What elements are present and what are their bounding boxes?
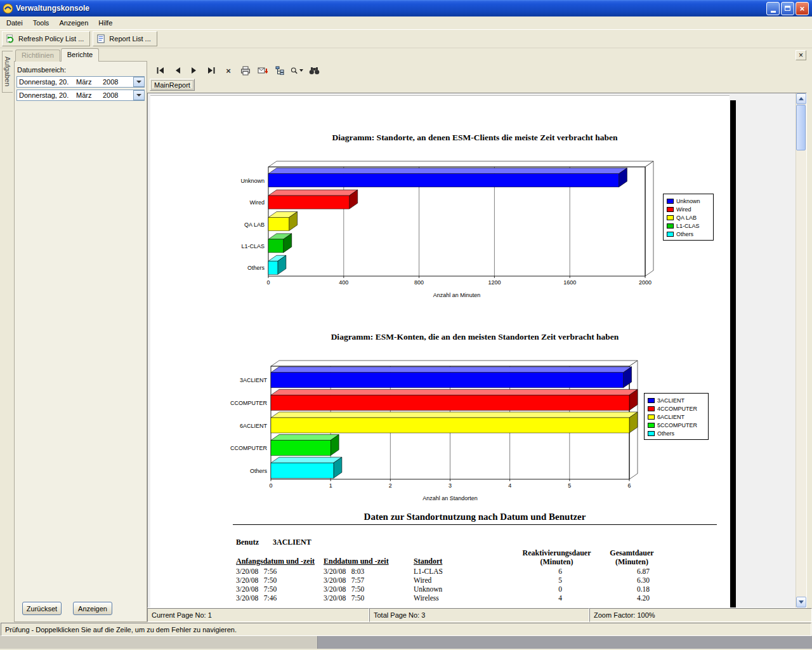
legend-item: L1-CLAS <box>667 222 710 230</box>
page-shadow <box>730 100 736 607</box>
menu-anzeigen[interactable]: Anzeigen <box>54 17 93 29</box>
svg-text:0: 0 <box>269 482 272 489</box>
scroll-down-button[interactable] <box>796 597 806 607</box>
svg-text:3: 3 <box>449 482 452 489</box>
table-row: 3/20/08 7:463/20/08 7:50Wireless44.20 <box>236 593 667 602</box>
svg-text:QA LAB: QA LAB <box>244 222 265 228</box>
legend-color-chip <box>648 406 655 411</box>
legend-label: L1-CLAS <box>676 223 700 229</box>
print-icon <box>240 66 251 76</box>
menu-bar: Datei Tools Anzeigen Hilfe <box>0 17 812 30</box>
chevron-down-icon <box>299 69 303 72</box>
close-report-pane-button[interactable]: × <box>796 50 806 60</box>
zoom-icon <box>291 66 298 75</box>
usage-table: Anfangsdatum und -zeit Enddatum und -zei… <box>236 548 667 602</box>
zoom-button[interactable] <box>291 65 303 77</box>
message-text: Prüfung - Doppelklicken Sie auf die Zeil… <box>5 626 237 633</box>
arrow-up-icon <box>799 97 804 100</box>
date-from-picker[interactable]: Donnerstag, 20. März 2008 <box>16 76 145 88</box>
chart-title-konten: Diagramm: ESM-Konten, die an den meisten… <box>233 332 717 342</box>
show-button[interactable]: Anzeigen <box>73 602 112 615</box>
aufgaben-vertical-tab[interactable]: Aufgaben <box>2 51 13 93</box>
minimize-button[interactable] <box>766 2 780 15</box>
legend-label: Unknown <box>676 198 700 204</box>
menu-tools[interactable]: Tools <box>28 17 55 29</box>
previous-page-button[interactable] <box>171 65 183 77</box>
col-header-end: Enddatum und -zeit <box>324 548 414 566</box>
scrollbar-track[interactable] <box>796 104 806 597</box>
col-header-reaktivierung: Reaktivierungsdauer (Minuten) <box>517 548 596 566</box>
svg-text:Unknown: Unknown <box>240 178 265 184</box>
tab-berichte[interactable]: Berichte <box>61 48 99 62</box>
export-button[interactable] <box>256 65 269 77</box>
maximize-button[interactable] <box>781 2 794 15</box>
date-from-dropdown-button[interactable] <box>133 77 144 87</box>
table-row: 3/20/08 7:503/20/08 7:50Unknown00.18 <box>236 584 667 593</box>
chevron-down-icon <box>136 94 141 96</box>
chart-title-standorte: Diagramm: Standorte, an denen ESM-Client… <box>233 96 717 143</box>
legend-color-chip <box>667 215 674 220</box>
svg-text:3ACLIENT: 3ACLIENT <box>240 377 268 383</box>
scroll-up-button[interactable] <box>796 93 806 104</box>
svg-text:0: 0 <box>266 279 270 286</box>
table-cell: 3/20/08 7:46 <box>236 593 324 602</box>
search-button[interactable] <box>308 65 320 77</box>
berichte-panel: Datumsbereich: Donnerstag, 20. März 2008… <box>14 61 147 622</box>
last-page-button[interactable] <box>205 65 218 77</box>
legend-label: Wired <box>676 206 691 213</box>
date-to-month: März <box>76 91 103 99</box>
table-cell: 3/20/08 8:03 <box>324 566 414 575</box>
menu-hilfe[interactable]: Hilfe <box>93 17 117 29</box>
bottom-strip-right <box>317 636 812 649</box>
legend-color-chip <box>648 431 655 436</box>
date-to-year: 2008 <box>103 91 133 99</box>
table-cell: L1-CLAS <box>414 566 517 575</box>
last-page-icon <box>207 67 216 74</box>
previous-page-icon <box>174 67 181 74</box>
scrollbar-thumb[interactable] <box>796 105 806 150</box>
konten-chart-block: 01234563ACLIENTCCOMPUTER6ACLIENTCCOMPUTE… <box>150 356 730 507</box>
tab-mainreport[interactable]: MainReport <box>150 79 195 91</box>
cancel-loading-button[interactable]: × <box>222 65 235 77</box>
standorte-chart-legend: UnknownWiredQA LABL1-CLASOthers <box>663 194 714 241</box>
group-tree-toggle-button[interactable] <box>273 65 286 77</box>
konten-chart-legend: 3ACLIENT4CCOMPUTER6ACLIENT5CCOMPUTEROthe… <box>644 393 709 440</box>
legend-label: Others <box>657 430 674 437</box>
report-pane: × × <box>147 48 812 622</box>
table-cell: 6.30 <box>596 575 667 584</box>
legend-item: QA LAB <box>667 213 710 222</box>
refresh-policy-icon <box>6 34 15 44</box>
svg-text:1: 1 <box>329 482 332 489</box>
report-list-button[interactable]: Report List ... <box>93 31 157 46</box>
cancel-icon: × <box>226 66 231 76</box>
tab-richtlinien[interactable]: Richtlinien <box>15 50 60 62</box>
date-to-dropdown-button[interactable] <box>133 90 144 100</box>
window-title: Verwaltungskonsole <box>16 4 765 13</box>
svg-text:4: 4 <box>508 482 511 489</box>
table-cell: 3/20/08 7:50 <box>324 593 414 602</box>
aufgaben-label: Aufgaben <box>4 56 11 86</box>
standorte-chart-block: 0400800120016002000UnknownWiredQA LABL1-… <box>150 157 730 304</box>
legend-color-chip <box>667 207 674 212</box>
print-button[interactable] <box>239 65 252 77</box>
vertical-scrollbar[interactable] <box>796 93 806 607</box>
refresh-policy-button[interactable]: Refresh Policy List ... <box>2 31 90 46</box>
col-header-start: Anfangsdatum und -zeit <box>236 548 324 566</box>
app-icon[interactable] <box>3 3 13 14</box>
menu-datei[interactable]: Datei <box>1 17 28 29</box>
bottom-strip-left <box>0 636 317 649</box>
next-page-button[interactable] <box>188 65 200 77</box>
close-button[interactable]: × <box>796 2 809 15</box>
table-cell: Unknown <box>414 584 517 593</box>
user-name: 3ACLIENT <box>273 538 311 547</box>
left-dock: Aufgaben <box>0 48 14 622</box>
table-cell: 0 <box>517 584 596 593</box>
viewer-status-bar: Current Page No: 1 Total Page No: 3 Zoom… <box>147 608 812 622</box>
reset-button[interactable]: Zurückset <box>22 602 62 615</box>
report-toolbar: × <box>147 62 812 79</box>
svg-text:1600: 1600 <box>563 279 576 286</box>
chevron-down-icon <box>136 81 141 83</box>
first-page-button[interactable] <box>154 65 166 77</box>
table-cell: 3/20/08 7:50 <box>236 584 324 593</box>
date-to-picker[interactable]: Donnerstag, 20. März 2008 <box>16 90 145 101</box>
